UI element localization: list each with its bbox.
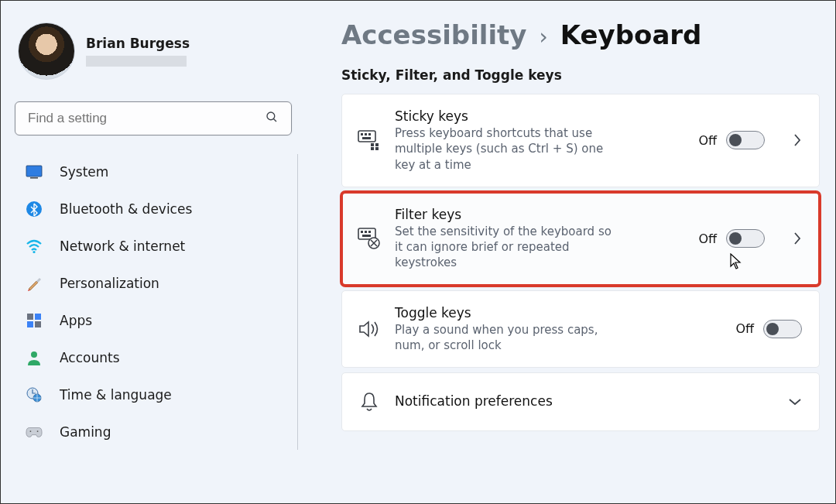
search-icon	[265, 110, 279, 127]
sidebar-item-label: Bluetooth & devices	[60, 201, 192, 217]
toggle-state: Off	[698, 133, 717, 148]
svg-rect-28	[362, 235, 371, 237]
toggle-switch[interactable]	[726, 229, 765, 248]
svg-rect-25	[361, 231, 363, 233]
card-desc: Set the sensitivity of the keyboard so i…	[395, 224, 612, 271]
card-title: Toggle keys	[395, 305, 612, 321]
sidebar-item-network[interactable]: Network & internet	[15, 228, 296, 264]
svg-point-13	[30, 430, 32, 432]
svg-point-14	[37, 430, 39, 432]
search-input[interactable]	[28, 111, 265, 126]
bluetooth-icon	[26, 201, 43, 218]
card-sticky-keys[interactable]: Sticky keys Press keyboard shortcuts tha…	[341, 94, 820, 187]
breadcrumb: Accessibility › Keyboard	[341, 19, 820, 50]
svg-rect-18	[368, 133, 371, 135]
mouse-cursor-icon	[729, 253, 743, 273]
sidebar-item-label: Network & internet	[60, 238, 185, 254]
avatar	[18, 22, 75, 80]
svg-point-0	[267, 112, 275, 120]
svg-rect-2	[26, 166, 42, 177]
sidebar-item-accounts[interactable]: Accounts	[15, 340, 296, 375]
keyboard-icon	[351, 130, 387, 150]
sidebar-item-gaming[interactable]: Gaming	[15, 414, 296, 450]
svg-rect-3	[30, 177, 38, 179]
svg-rect-20	[371, 143, 374, 146]
profile-name: Brian Burgess	[86, 36, 190, 51]
card-notification-preferences[interactable]: Notification preferences	[341, 372, 820, 431]
sidebar-item-apps[interactable]: Apps	[15, 303, 296, 338]
sidebar-item-time[interactable]: Time & language	[15, 377, 296, 413]
svg-rect-19	[362, 137, 371, 139]
card-toggle-keys[interactable]: Toggle keys Play a sound when you press …	[341, 290, 820, 369]
speaker-icon	[351, 320, 387, 338]
card-title: Notification preferences	[395, 393, 760, 409]
chevron-right-icon	[793, 133, 802, 147]
sidebar-item-label: Apps	[60, 313, 92, 328]
sidebar-item-personalization[interactable]: Personalization	[15, 266, 296, 301]
sidebar-nav: System Bluetooth & devices Network & int…	[15, 154, 296, 450]
profile-block[interactable]: Brian Burgess	[15, 22, 296, 80]
clock-globe-icon	[26, 386, 43, 403]
breadcrumb-current: Keyboard	[560, 19, 702, 50]
svg-rect-17	[365, 133, 367, 135]
chevron-down-icon	[788, 397, 802, 406]
toggle-state: Off	[698, 231, 717, 246]
svg-point-5	[33, 251, 35, 253]
svg-rect-15	[358, 131, 375, 142]
toggle-state: Off	[735, 321, 754, 336]
person-icon	[26, 349, 43, 366]
svg-point-10	[31, 351, 37, 358]
card-desc: Press keyboard shortcuts that use multip…	[395, 125, 612, 173]
svg-rect-23	[375, 147, 379, 150]
card-title: Sticky keys	[395, 108, 612, 124]
breadcrumb-parent[interactable]: Accessibility	[341, 19, 527, 50]
card-title: Filter keys	[395, 207, 612, 222]
sidebar-item-system[interactable]: System	[15, 154, 296, 190]
svg-rect-8	[27, 321, 33, 327]
svg-rect-7	[35, 314, 41, 320]
profile-email-placeholder	[86, 56, 187, 67]
svg-rect-27	[368, 231, 371, 233]
svg-rect-21	[375, 143, 379, 146]
search-box[interactable]	[15, 101, 292, 135]
sidebar-item-label: Time & language	[60, 387, 172, 403]
svg-line-1	[273, 118, 276, 122]
sidebar-item-label: System	[60, 164, 108, 180]
section-title: Sticky, Filter, and Toggle keys	[341, 67, 820, 83]
apps-icon	[26, 312, 43, 329]
sidebar-item-label: Gaming	[60, 424, 111, 440]
card-desc: Play a sound when you press caps, num, o…	[395, 322, 612, 354]
keyboard-filter-icon	[351, 228, 387, 249]
svg-rect-22	[371, 147, 374, 150]
card-filter-keys[interactable]: Filter keys Set the sensitivity of the k…	[341, 192, 820, 286]
svg-rect-6	[27, 314, 33, 320]
system-icon	[26, 163, 43, 180]
sidebar-item-bluetooth[interactable]: Bluetooth & devices	[15, 191, 296, 227]
svg-rect-9	[35, 321, 41, 327]
paintbrush-icon	[26, 275, 43, 292]
svg-rect-16	[361, 133, 363, 135]
toggle-switch[interactable]	[726, 131, 765, 149]
chevron-right-icon: ›	[540, 24, 548, 50]
wifi-icon	[26, 238, 43, 255]
toggle-switch[interactable]	[763, 320, 802, 338]
chevron-right-icon	[793, 231, 802, 245]
gamepad-icon	[26, 423, 43, 441]
bell-icon	[351, 392, 387, 412]
svg-rect-26	[365, 231, 367, 233]
sidebar-item-label: Accounts	[60, 350, 120, 365]
sidebar-item-label: Personalization	[60, 276, 159, 291]
